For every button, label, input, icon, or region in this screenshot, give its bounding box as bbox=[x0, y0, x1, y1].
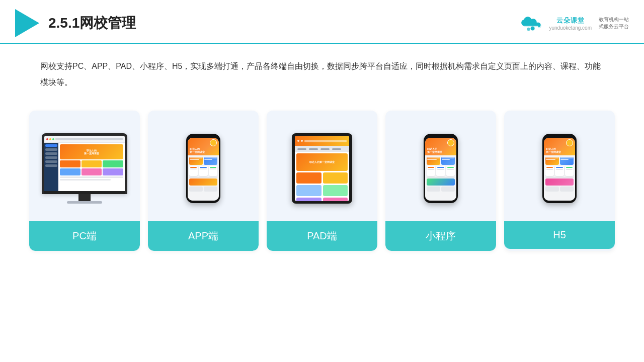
h5-phone-mockup: 职达人的第一堂网课堂 bbox=[542, 134, 577, 203]
phone-row-4 bbox=[189, 187, 217, 192]
h5-line-3 bbox=[560, 157, 573, 158]
h5-card-5 bbox=[565, 166, 574, 176]
miniapp-divider bbox=[427, 177, 455, 178]
card-line-4 bbox=[204, 159, 212, 160]
tablet-block-6 bbox=[323, 198, 348, 201]
phone-footer-2 bbox=[204, 187, 217, 192]
header-right: 云朵课堂 yunduoketang.com 教育机构一站式服务云平台 bbox=[520, 15, 629, 31]
phone-card-1 bbox=[189, 157, 203, 165]
phone-row-3 bbox=[189, 178, 217, 186]
grid-item-4 bbox=[60, 168, 80, 175]
miniapp-phone-mockup: 职达人的第一堂网课堂 bbox=[424, 134, 458, 203]
miniapp-big-card bbox=[427, 178, 455, 186]
miniapp-image-area: 职达人的第一堂网课堂 bbox=[385, 111, 496, 221]
sidebar-item-3 bbox=[45, 152, 57, 155]
miniapp-header: 职达人的第一堂网课堂 bbox=[425, 138, 456, 155]
pad-tablet-mockup: 职达人的第一堂网课堂 bbox=[292, 133, 352, 204]
tablet-block-2 bbox=[323, 172, 348, 184]
pc-screen: 职达人的第一堂网课堂 bbox=[44, 136, 125, 191]
h5-card-1 bbox=[545, 157, 559, 165]
h5-line-2 bbox=[546, 159, 555, 160]
miniapp-avatar bbox=[447, 139, 454, 146]
tablet-block-1 bbox=[296, 172, 321, 184]
grid-item-1 bbox=[60, 160, 80, 167]
pc-sidebar bbox=[44, 143, 58, 191]
h5-header: 职达人的第一堂网课堂 bbox=[544, 138, 575, 155]
phone-big-card-1 bbox=[189, 178, 217, 186]
sidebar-item-4 bbox=[45, 156, 57, 159]
grid-item-6 bbox=[103, 168, 123, 175]
tablet-body bbox=[295, 171, 349, 201]
pc-main-content: 职达人的第一堂网课堂 bbox=[58, 143, 125, 191]
pc-mockup: 职达人的第一堂网课堂 bbox=[42, 133, 127, 204]
mini-line-2 bbox=[427, 159, 437, 160]
brand-tagline: 教育机构一站式服务云平台 bbox=[599, 16, 629, 30]
h5-row-3 bbox=[545, 178, 574, 186]
device-cards-container: 职达人的第一堂网课堂 bbox=[0, 96, 644, 261]
pc-nav-bar bbox=[44, 136, 125, 143]
h5-divider bbox=[545, 177, 574, 178]
miniapp-card-4 bbox=[436, 166, 445, 176]
h5-footer-1 bbox=[545, 187, 559, 192]
tablet-nav-4 bbox=[332, 148, 341, 150]
grid-item-2 bbox=[82, 160, 102, 167]
mini-line-1 bbox=[427, 157, 440, 158]
tablet-nav-2 bbox=[309, 148, 318, 150]
grid-item-5 bbox=[82, 168, 102, 175]
h5-card-3 bbox=[545, 166, 554, 176]
phone-body bbox=[188, 155, 219, 201]
header-left: 2.5.1网校管理 bbox=[15, 9, 136, 37]
app-phone-mockup: 职达人的第一堂网课堂 bbox=[186, 134, 220, 203]
phone-screen-header: 职达人的第一堂网课堂 bbox=[188, 138, 219, 155]
h5-notch bbox=[554, 135, 565, 137]
phone-notch bbox=[198, 135, 208, 137]
pc-monitor: 职达人的第一堂网课堂 bbox=[42, 133, 127, 194]
h5-row-4 bbox=[545, 187, 574, 192]
tablet-dot-1 bbox=[297, 140, 299, 142]
card-line-1 bbox=[190, 157, 202, 158]
tablet-header-bar bbox=[304, 140, 347, 142]
tablet-screen: 职达人的第一堂网课堂 bbox=[295, 136, 349, 201]
h5-row-2 bbox=[545, 166, 574, 176]
pc-image-area: 职达人的第一堂网课堂 bbox=[29, 111, 140, 221]
miniapp-card: 职达人的第一堂网课堂 bbox=[385, 111, 496, 251]
page-title: 2.5.1网校管理 bbox=[48, 14, 136, 33]
svg-point-1 bbox=[527, 28, 530, 31]
phone-header-text: 职达人的第一堂网课堂 bbox=[190, 148, 205, 154]
sidebar-item-5 bbox=[45, 160, 57, 163]
card-line-3 bbox=[204, 157, 217, 158]
phone-footer-1 bbox=[189, 187, 203, 192]
app-label: APP端 bbox=[148, 221, 259, 251]
h5-image-area: 职达人的第一堂网课堂 bbox=[504, 111, 615, 221]
miniapp-screen: 职达人的第一堂网课堂 bbox=[425, 138, 456, 201]
pc-neck bbox=[78, 194, 91, 201]
phone-card-3 bbox=[189, 166, 198, 176]
pc-grid bbox=[60, 160, 123, 175]
tablet-nav-1 bbox=[297, 148, 306, 150]
miniapp-card-2 bbox=[441, 157, 455, 165]
miniapp-row-2 bbox=[427, 166, 455, 176]
miniapp-body bbox=[425, 155, 456, 201]
h5-line-1 bbox=[546, 157, 558, 158]
phone-card-4 bbox=[199, 166, 207, 176]
nav-dot-red bbox=[46, 138, 48, 140]
app-image-area: 职达人的第一堂网课堂 bbox=[148, 111, 259, 221]
h5-label: H5 bbox=[504, 221, 615, 249]
h5-footer-2 bbox=[560, 187, 574, 192]
h5-screen: 职达人的第一堂网课堂 bbox=[544, 138, 575, 201]
miniapp-row-1 bbox=[427, 157, 455, 165]
tablet-banner: 职达人的第一堂网课堂 bbox=[296, 153, 348, 171]
pc-label: PC端 bbox=[29, 221, 140, 251]
svg-point-0 bbox=[531, 26, 535, 30]
app-card: 职达人的第一堂网课堂 bbox=[148, 111, 259, 251]
h5-body bbox=[544, 155, 575, 201]
pc-address-bar bbox=[55, 138, 123, 140]
miniapp-footer-1 bbox=[427, 187, 440, 192]
pad-card: 职达人的第一堂网课堂 PAD端 bbox=[267, 111, 377, 251]
tablet-nav bbox=[295, 146, 349, 152]
sidebar-item-1 bbox=[45, 144, 57, 147]
tablet-nav-3 bbox=[320, 148, 330, 150]
phone-screen: 职达人的第一堂网课堂 bbox=[188, 138, 219, 201]
tablet-banner-text: 职达人的第一堂网课堂 bbox=[309, 160, 335, 164]
pad-image-area: 职达人的第一堂网课堂 bbox=[267, 111, 377, 221]
